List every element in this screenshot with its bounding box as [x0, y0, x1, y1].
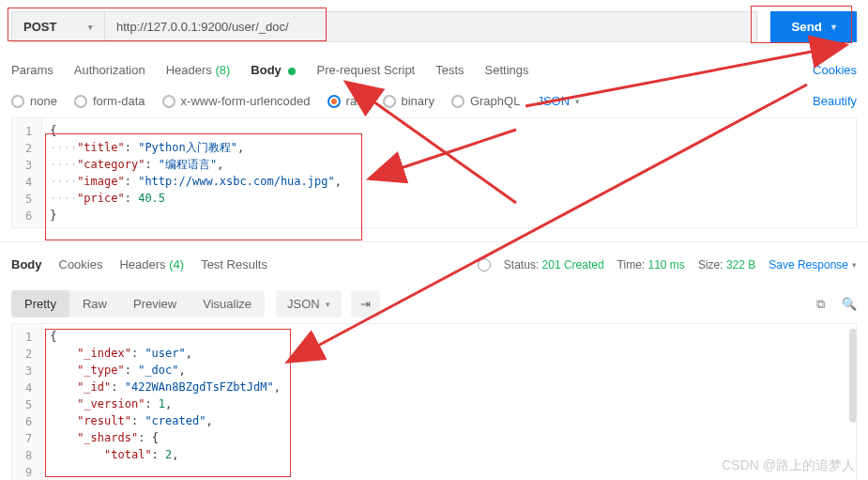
url-input[interactable]: http://127.0.0.1:9200/user/_doc/ — [105, 11, 757, 42]
send-button[interactable]: Send ▾ — [770, 11, 857, 42]
save-response[interactable]: Save Response ▾ — [769, 258, 857, 271]
dot-indicator — [288, 68, 296, 75]
radio-urlencoded[interactable]: x-www-form-urlencoded — [162, 94, 311, 108]
line-gutter: 123456789 — [12, 324, 42, 480]
resp-tab-testresults[interactable]: Test Results — [201, 252, 267, 277]
tab-tests[interactable]: Tests — [435, 57, 464, 83]
method-value: POST — [23, 20, 56, 34]
radio-graphql[interactable]: GraphQL — [451, 94, 520, 108]
cookies-link[interactable]: Cookies — [813, 63, 857, 77]
watermark: CSDN @路上的追梦人 — [722, 457, 855, 474]
status-label: Status: 201 Created — [504, 258, 604, 271]
method-select[interactable]: POST ▾ — [11, 11, 105, 42]
resp-tab-cookies[interactable]: Cookies — [59, 252, 103, 277]
chevron-down-icon: ▾ — [88, 23, 93, 32]
view-raw[interactable]: Raw — [69, 290, 120, 317]
beautify-link[interactable]: Beautify — [813, 94, 857, 108]
view-pretty[interactable]: Pretty — [11, 290, 69, 317]
view-visualize[interactable]: Visualize — [190, 290, 265, 317]
resp-tab-body[interactable]: Body — [11, 252, 42, 277]
tab-authorization[interactable]: Authorization — [74, 57, 145, 83]
time-label: Time: 110 ms — [617, 258, 685, 271]
radio-formdata[interactable]: form-data — [74, 94, 145, 108]
chevron-down-icon: ▾ — [831, 22, 836, 32]
wrap-lines-button[interactable]: ⇥ — [351, 290, 380, 317]
tab-settings[interactable]: Settings — [485, 57, 529, 83]
radio-binary[interactable]: binary — [383, 94, 434, 108]
globe-icon[interactable] — [478, 258, 491, 271]
resp-tab-headers[interactable]: Headers (4) — [119, 252, 184, 277]
tab-headers[interactable]: Headers (8) — [166, 57, 231, 83]
response-body-editor[interactable]: 123456789 { "_index": "user", "_type": "… — [11, 323, 857, 480]
chevron-down-icon: ▾ — [326, 300, 330, 309]
radio-none[interactable]: none — [11, 94, 57, 108]
request-body-editor[interactable]: 123456 { ····"title": "Python入门教程", ····… — [11, 117, 857, 228]
tab-prerequest[interactable]: Pre-request Script — [316, 57, 415, 83]
chevron-down-icon: ▾ — [575, 97, 580, 106]
search-icon[interactable]: 🔍 — [842, 297, 857, 312]
raw-type-select[interactable]: JSON ▾ — [537, 94, 580, 108]
copy-icon[interactable]: ⧉ — [816, 297, 825, 312]
view-preview[interactable]: Preview — [120, 290, 190, 317]
response-type-select[interactable]: JSON ▾ — [276, 290, 342, 317]
radio-raw[interactable]: raw — [327, 94, 366, 108]
tab-body[interactable]: Body — [251, 57, 296, 83]
size-label: Size: 322 B — [698, 258, 755, 271]
scrollbar[interactable] — [849, 329, 857, 423]
tab-params[interactable]: Params — [11, 57, 53, 83]
chevron-down-icon: ▾ — [852, 260, 857, 270]
code-area[interactable]: { ····"title": "Python入门教程", ····"catego… — [42, 118, 856, 227]
line-gutter: 123456 — [12, 118, 42, 227]
view-mode-tabs: Pretty Raw Preview Visualize — [11, 290, 265, 317]
